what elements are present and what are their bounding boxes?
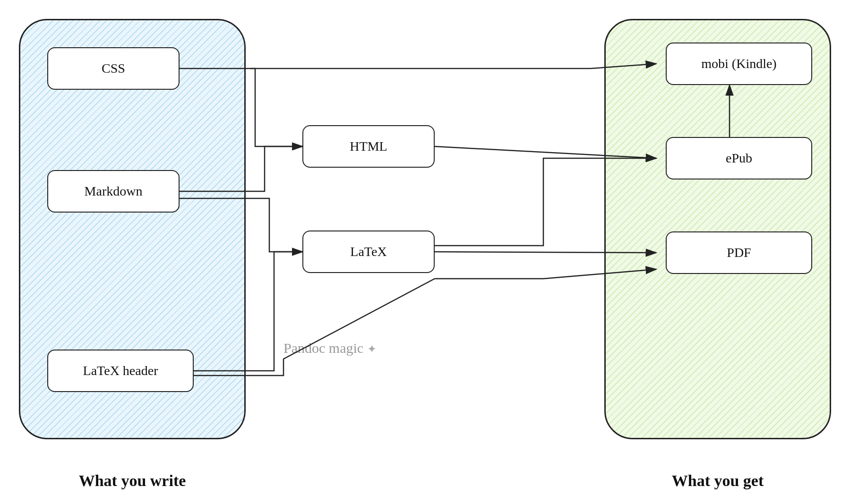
- epub-node: ePub: [666, 137, 812, 179]
- left-bottom-label: What you write: [19, 472, 246, 490]
- epub-label: ePub: [726, 151, 752, 166]
- markdown-node: Markdown: [47, 170, 180, 213]
- pdf-label: PDF: [727, 245, 751, 260]
- right-bottom-label: What you get: [604, 472, 831, 490]
- css-node: CSS: [47, 47, 180, 90]
- css-to-mobi-line: [250, 64, 656, 68]
- mobi-label: mobi (Kindle): [701, 56, 776, 71]
- latex-middle-node: LaTeX: [302, 231, 435, 273]
- html-middle-node: HTML: [302, 125, 435, 168]
- mobi-node: mobi (Kindle): [666, 43, 812, 85]
- pandoc-magic-label: Pandoc magic ✦: [283, 340, 377, 356]
- pandoc-icon: ✦: [367, 343, 377, 355]
- diagram-container: CSS Markdown LaTeX header HTML LaTeX mob…: [0, 0, 850, 504]
- latex-header-label: LaTeX header: [83, 363, 158, 378]
- html-mid-label: HTML: [350, 139, 387, 154]
- latex-header-node: LaTeX header: [47, 350, 194, 392]
- css-label: CSS: [102, 61, 125, 76]
- pdf-node: PDF: [666, 231, 812, 274]
- markdown-label: Markdown: [85, 184, 143, 199]
- latex-mid-label: LaTeX: [350, 244, 386, 259]
- latexheader-to-pdf-arrow: [194, 269, 656, 376]
